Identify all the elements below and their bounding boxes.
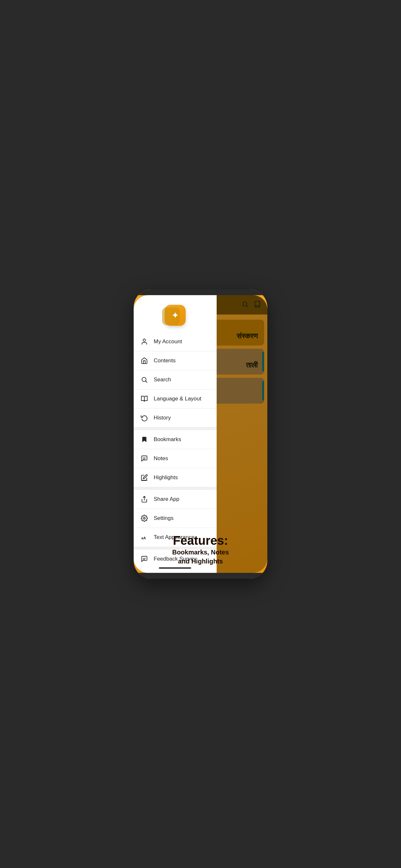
menu-item-settings[interactable]: Settings: [134, 509, 217, 528]
menu-label-highlights: Highlights: [154, 474, 178, 481]
menu-item-history[interactable]: History: [134, 408, 217, 428]
menu-divider-1: [134, 428, 217, 430]
bottom-bar: [134, 573, 267, 579]
history-icon: [140, 414, 149, 422]
gear-icon: [140, 514, 149, 523]
menu-label-contents: Contents: [154, 358, 176, 364]
drawer-logo-area: ✦: [134, 295, 217, 332]
highlight-icon: [140, 473, 149, 482]
notes-icon: [140, 454, 149, 463]
bookmark-icon: [140, 435, 149, 444]
svg-point-9: [143, 517, 145, 519]
menu-item-my-account[interactable]: My Account: [134, 332, 217, 351]
search-menu-icon: [140, 376, 149, 384]
features-label-area: Features: Bookmarks, Notesand Highlights: [134, 534, 267, 566]
menu-item-share-app[interactable]: Share App: [134, 490, 217, 509]
side-drawer: ✦ My Account: [134, 295, 217, 573]
phone-frame: संस्करण ताली ✦: [134, 289, 267, 579]
svg-point-2: [143, 339, 145, 341]
features-subtitle: Bookmarks, Notesand Highlights: [134, 548, 267, 566]
menu-label-notes: Notes: [154, 455, 168, 462]
menu-label-settings: Settings: [154, 515, 174, 522]
menu-item-highlights[interactable]: Highlights: [134, 468, 217, 487]
drawer-home-indicator: [159, 567, 191, 569]
menu-label-history: History: [154, 414, 171, 421]
menu-item-notes[interactable]: Notes: [134, 449, 217, 468]
share-icon: [140, 495, 149, 503]
menu-divider-2: [134, 487, 217, 490]
menu-label-share-app: Share App: [154, 496, 179, 502]
menu-item-language-layout[interactable]: Language & Layout: [134, 390, 217, 408]
menu-label-my-account: My Account: [154, 338, 182, 345]
features-title: Features:: [134, 534, 267, 548]
menu-list: My Account Contents Search: [134, 332, 217, 563]
menu-item-search[interactable]: Search: [134, 370, 217, 390]
book-open-icon: [140, 395, 149, 403]
app-logo: ✦: [165, 305, 186, 326]
person-icon: [140, 337, 149, 346]
screen: संस्करण ताली ✦: [134, 295, 267, 573]
menu-label-bookmarks: Bookmarks: [154, 436, 181, 443]
svg-line-4: [146, 381, 147, 382]
logo-star-icon: ✦: [172, 310, 179, 321]
top-bar: [134, 289, 267, 295]
menu-label-search: Search: [154, 376, 171, 383]
home-icon: [140, 356, 149, 365]
menu-label-language-layout: Language & Layout: [154, 396, 201, 402]
menu-item-contents[interactable]: Contents: [134, 351, 217, 370]
svg-point-3: [142, 377, 146, 382]
menu-item-bookmarks[interactable]: Bookmarks: [134, 430, 217, 449]
